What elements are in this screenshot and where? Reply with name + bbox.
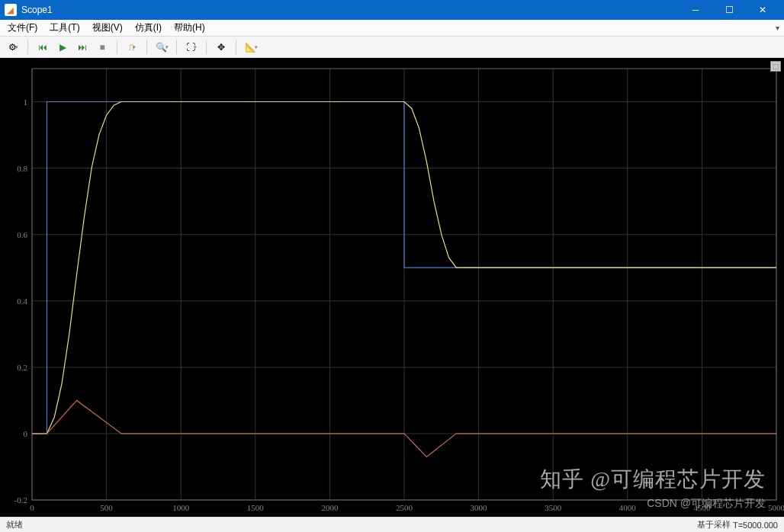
svg-text:1500: 1500 bbox=[247, 503, 265, 512]
svg-text:3000: 3000 bbox=[471, 503, 488, 512]
status-bar: 就绪 基于采样 T=5000.000 bbox=[0, 517, 784, 532]
svg-text:-0.2: -0.2 bbox=[14, 495, 27, 505]
svg-text:5000: 5000 bbox=[768, 503, 784, 512]
cursor-button[interactable]: ✥ bbox=[213, 39, 230, 56]
window-title: Scope1 bbox=[21, 5, 679, 15]
svg-text:0: 0 bbox=[24, 429, 28, 438]
svg-text:0.2: 0.2 bbox=[17, 363, 27, 372]
stop-icon: ■ bbox=[99, 42, 104, 53]
stop-button[interactable]: ■ bbox=[94, 39, 111, 56]
cursor-icon: ✥ bbox=[217, 42, 225, 53]
status-left: 就绪 bbox=[6, 519, 23, 530]
menu-view[interactable]: 视图(V) bbox=[89, 20, 126, 36]
step-back-icon: ⏮ bbox=[38, 42, 47, 53]
svg-text:3500: 3500 bbox=[545, 503, 562, 512]
measure-button[interactable]: 📐▾ bbox=[243, 39, 259, 56]
step-forward-button[interactable]: ⏭ bbox=[74, 39, 91, 56]
svg-text:4500: 4500 bbox=[693, 503, 711, 512]
minimize-button[interactable]: ─ bbox=[679, 0, 712, 20]
menu-tools[interactable]: 工具(T) bbox=[47, 20, 82, 36]
svg-text:500: 500 bbox=[100, 503, 113, 512]
svg-text:4000: 4000 bbox=[619, 503, 637, 512]
svg-text:0.8: 0.8 bbox=[17, 164, 27, 173]
svg-text:1: 1 bbox=[24, 98, 28, 107]
settings-button[interactable]: ⚙▾ bbox=[5, 39, 21, 56]
menu-file[interactable]: 文件(F) bbox=[5, 20, 40, 36]
svg-text:0: 0 bbox=[30, 503, 34, 512]
scope-plot[interactable]: 0500100015002000250030003500400045005000… bbox=[0, 58, 784, 517]
window-titlebar: ◢ Scope1 ─ ☐ ✕ bbox=[0, 0, 784, 20]
play-icon: ▶ bbox=[59, 42, 66, 53]
run-button[interactable]: ▶ bbox=[54, 39, 71, 56]
signal-select-button[interactable]: ⎍▾ bbox=[124, 39, 140, 56]
maximize-button[interactable]: ☐ bbox=[712, 0, 746, 20]
zoom-button[interactable]: 🔍▾ bbox=[153, 39, 170, 56]
status-right-value: T=5000.000 bbox=[733, 521, 778, 530]
menu-bar: 文件(F) 工具(T) 视图(V) 仿真(I) 帮助(H) ▾ bbox=[0, 20, 784, 37]
close-button[interactable]: ✕ bbox=[746, 0, 779, 20]
step-forward-icon: ⏭ bbox=[78, 42, 87, 53]
svg-text:0.6: 0.6 bbox=[17, 230, 27, 239]
status-right-label: 基于采样 bbox=[697, 519, 731, 530]
autoscale-button[interactable]: ⛶▾ bbox=[183, 39, 200, 56]
pin-legend-icon[interactable]: ⬚ bbox=[770, 61, 781, 72]
menu-help[interactable]: 帮助(H) bbox=[171, 20, 208, 36]
plot-svg: 0500100015002000250030003500400045005000… bbox=[0, 58, 784, 517]
svg-text:0.4: 0.4 bbox=[17, 296, 27, 306]
toolbar: ⚙▾ ⏮ ▶ ⏭ ■ ⎍▾ 🔍▾ ⛶▾ ✥ 📐▾ bbox=[0, 37, 784, 58]
step-back-button[interactable]: ⏮ bbox=[34, 39, 51, 56]
svg-text:2000: 2000 bbox=[321, 503, 339, 512]
app-icon: ◢ bbox=[5, 4, 17, 16]
menu-overflow-icon[interactable]: ▾ bbox=[776, 24, 779, 32]
svg-text:1000: 1000 bbox=[172, 503, 190, 512]
svg-text:2500: 2500 bbox=[396, 503, 413, 512]
menu-sim[interactable]: 仿真(I) bbox=[132, 20, 165, 36]
